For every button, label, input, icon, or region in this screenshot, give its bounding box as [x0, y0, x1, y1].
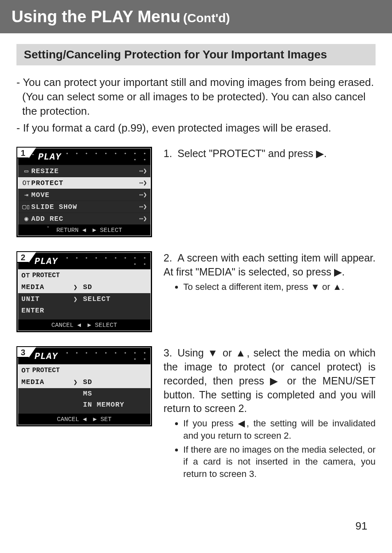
submenu-arrow-icon: ⋯❯ — [139, 179, 147, 187]
submenu-arrow-icon: ⋯❯ — [139, 167, 147, 175]
step-bullets: If you press ◀, the setting will be inva… — [164, 417, 376, 480]
media-option-inmemory: IN MEMORY — [18, 399, 150, 410]
move-icon: ⇥ — [21, 191, 31, 199]
lcd-panel-2: 2 PLAY • • • • • • • • • • • O⊤ PROTECT … — [16, 251, 152, 332]
step-row-1: 1 ˆ PLAY • • • • • • • • • • • ▭ RESIZE … — [16, 147, 376, 237]
intro-block: - You can protect your important still a… — [16, 75, 376, 135]
intro-line: - You can protect your important still a… — [16, 75, 376, 118]
submenu-arrow-icon: ⋯❯ — [139, 203, 147, 211]
caret-down-icon: ˇ — [46, 226, 50, 234]
menu-item-resize: ▭ RESIZE ⋯❯ — [18, 165, 150, 177]
setting-row-enter: ENTER — [18, 305, 150, 316]
header-dots: • • • • • • • • • • • — [65, 151, 148, 163]
chevron-right-icon: ❯ — [71, 378, 81, 386]
panel-number: 2 — [17, 252, 30, 263]
resize-icon: ▭ — [21, 167, 31, 175]
panel-subheader: O⊤ PROTECT — [18, 269, 150, 281]
lcd-panel-1: 1 ˆ PLAY • • • • • • • • • • • ▭ RESIZE … — [16, 147, 152, 237]
bullet-item: If you press ◀, the setting will be inva… — [183, 417, 376, 442]
page-title-sub: (Cont'd) — [183, 11, 230, 25]
header-dots: • • • • • • • • • • • — [61, 350, 148, 363]
menu-item-addrec: ◉ ADD REC ⋯❯ — [18, 213, 150, 224]
panel-subheader: O⊤ PROTECT — [18, 364, 150, 376]
menu-item-protect: O⊤ PROTECT ⋯❯ — [18, 177, 150, 189]
panel-footer: ˇ RETURN ◀ ▶ SELECT — [18, 224, 150, 236]
panel-number: 1 — [17, 148, 30, 158]
page-number: 91 — [355, 520, 367, 532]
protect-icon: O⊤ — [21, 179, 31, 187]
panel-header-label: PLAY — [35, 257, 58, 267]
chevron-right-icon: ❯ — [71, 295, 81, 303]
step-row-3: 3 PLAY • • • • • • • • • • • O⊤ PROTECT … — [16, 346, 376, 481]
panel-header-label: PLAY — [38, 152, 61, 162]
submenu-arrow-icon: ⋯❯ — [139, 191, 147, 199]
page-title-bar: Using the PLAY Menu (Cont'd) — [0, 0, 392, 33]
submenu-arrow-icon: ⋯❯ — [139, 215, 147, 223]
bullet-item: To select a different item, press ▼ or ▲… — [183, 281, 376, 293]
section-header: Setting/Canceling Protection for Your Im… — [16, 44, 376, 65]
protect-icon: O⊤ — [21, 271, 30, 280]
menu-item-move: ⇥ MOVE ⋯❯ — [18, 189, 150, 201]
step-row-2: 2 PLAY • • • • • • • • • • • O⊤ PROTECT … — [16, 251, 376, 332]
setting-row-unit: UNIT ❯ SELECT — [18, 293, 150, 305]
menu-item-slideshow: ▢▯ SLIDE SHOW ⋯❯ — [18, 201, 150, 213]
setting-row-media: MEDIA ❯ SD — [18, 281, 150, 293]
panel-footer: CANCEL ◀ ▶ SET — [18, 414, 150, 425]
step-text: 3.Using ▼ or ▲, select the media on whic… — [164, 346, 376, 416]
protect-icon: O⊤ — [21, 366, 30, 375]
setting-row-blank — [18, 410, 150, 414]
header-dots: • • • • • • • • • • • — [61, 255, 148, 268]
step-text: 2.A screen with each setting item will a… — [164, 251, 376, 279]
panel-number: 3 — [17, 347, 30, 358]
page-title-main: Using the PLAY Menu — [12, 7, 180, 25]
step-bullets: To select a different item, press ▼ or ▲… — [164, 281, 376, 293]
slideshow-icon: ▢▯ — [21, 203, 31, 211]
media-option-ms: MS — [18, 388, 150, 399]
chevron-right-icon: ❯ — [71, 283, 81, 292]
lcd-panel-3: 3 PLAY • • • • • • • • • • • O⊤ PROTECT … — [16, 346, 152, 426]
panel-header-label: PLAY — [35, 352, 58, 362]
step-text: 1.Select "PROTECT" and press ▶. — [164, 147, 376, 161]
panel-footer: CANCEL ◀ ▶ SELECT — [18, 319, 150, 331]
intro-line: - If you format a card (p.99), even prot… — [16, 121, 376, 135]
bullet-item: If there are no images on the media sele… — [183, 444, 376, 480]
addrec-icon: ◉ — [21, 215, 31, 223]
setting-row-blank — [18, 316, 150, 319]
media-option-sd: MEDIA ❯ SD — [18, 376, 150, 388]
